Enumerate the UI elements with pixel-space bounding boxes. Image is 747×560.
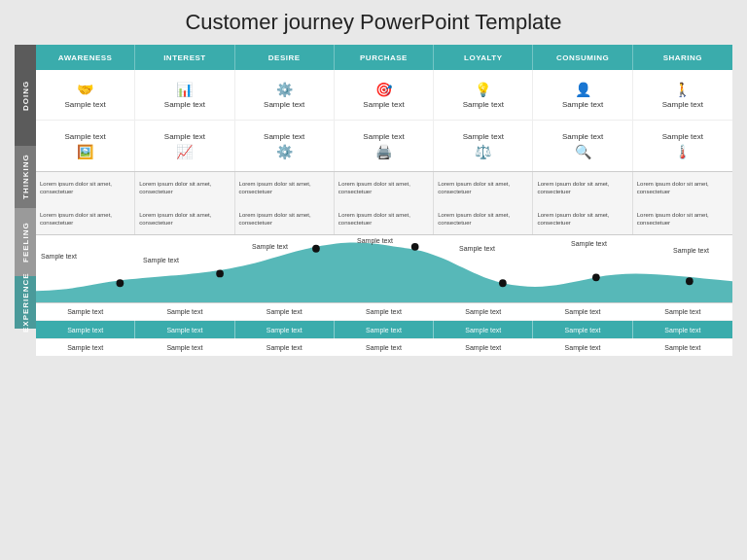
svg-point-0 <box>117 279 124 287</box>
doing-r1-c4: 🎯 Sample text <box>335 70 434 120</box>
exp-r2-c2: Sample text <box>135 321 234 338</box>
header-desire: DESIRE <box>235 45 335 70</box>
doing-r2-c1: Sample text 🖼️ <box>36 121 135 171</box>
exp-r1-c4: Sample text <box>335 303 434 321</box>
doing-r1-c6: 👤 Sample text <box>533 70 632 120</box>
header-consuming: CONSUMING <box>533 45 632 70</box>
thinking-r1-c6: Lorem ipsum dolor sit amet, consectetuer <box>533 172 632 203</box>
thinking-r2-c6: Lorem ipsum dolor sit amet, consectetuer <box>533 203 632 234</box>
doing-r2-c5-text: Sample text <box>463 132 504 141</box>
doing-r1-c7: 🚶 Sample text <box>633 70 732 120</box>
exp-r1-c7: Sample text <box>633 303 732 321</box>
thinking-r2-c4: Lorem ipsum dolor sit amet, consectetuer <box>335 203 434 234</box>
doing-r1-c7-text: Sample text <box>662 100 703 109</box>
thinking-r2-c5: Lorem ipsum dolor sit amet, consectetuer <box>434 203 533 234</box>
svg-point-6 <box>686 277 694 285</box>
feeling-label-2: Sample text <box>143 257 179 263</box>
doing-r2-c4: Sample text 🖨️ <box>335 121 434 171</box>
doing-r2-c6: Sample text 🔍 <box>533 121 632 171</box>
settings-icon: ⚙️ <box>276 144 293 159</box>
experience-section: Sample text Sample text Sample text Samp… <box>36 303 732 550</box>
feeling-label-6: Sample text <box>571 240 607 247</box>
exp-r1-c2: Sample text <box>135 303 234 321</box>
header-sharing: SHARING <box>633 45 732 70</box>
doing-r2-c4-text: Sample text <box>363 132 404 141</box>
svg-point-4 <box>499 279 507 287</box>
header-awareness: AWARENESS <box>36 45 135 70</box>
exp-r3-c4: Sample text <box>335 338 434 356</box>
main-content: AWARENESS INTEREST DESIRE PURCHASE LOYAL… <box>36 45 732 550</box>
doing-r2-c7-text: Sample text <box>662 132 703 141</box>
feeling-section: Sample text Sample text Sample text Samp… <box>36 235 732 303</box>
exp-r2-c1: Sample text <box>36 321 135 338</box>
doing-r1-c2-text: Sample text <box>164 100 205 109</box>
exp-r3-c3: Sample text <box>235 338 335 356</box>
thinking-section: Lorem ipsum dolor sit amet, consectetuer… <box>36 172 732 235</box>
thinking-r1-c1: Lorem ipsum dolor sit amet, consectetuer <box>36 172 135 203</box>
gear-icon: ⚙️ <box>276 82 293 97</box>
doing-section: 🤝 Sample text 📊 Sample text ⚙️ Sample te… <box>36 70 732 172</box>
label-experience: EXPERIENCE <box>15 276 36 329</box>
exp-r3-c1: Sample text <box>36 338 135 356</box>
doing-r1-c5: 💡 Sample text <box>434 70 533 120</box>
person-icon: 👤 <box>575 82 591 97</box>
walk-icon: 🚶 <box>674 82 691 97</box>
doing-r2-c7: Sample text 🌡️ <box>633 121 732 171</box>
header-row: AWARENESS INTEREST DESIRE PURCHASE LOYAL… <box>36 45 732 70</box>
gauge-icon: 🌡️ <box>674 144 691 159</box>
thinking-row-1: Lorem ipsum dolor sit amet, consectetuer… <box>36 172 732 203</box>
doing-r1-c1: 🤝 Sample text <box>36 70 135 120</box>
doing-r1-c2: 📊 Sample text <box>135 70 234 120</box>
header-loyalty: LOYALTY <box>434 45 533 70</box>
doing-r2-c1-text: Sample text <box>65 132 106 141</box>
feeling-label-3: Sample text <box>252 243 288 250</box>
feeling-label-4: Sample text <box>357 237 393 244</box>
exp-r2-c6: Sample text <box>533 321 632 338</box>
header-interest: INTEREST <box>135 45 234 70</box>
exp-r3-c5: Sample text <box>434 338 533 356</box>
thinking-row-2: Lorem ipsum dolor sit amet, consectetuer… <box>36 203 732 234</box>
header-purchase: PURCHASE <box>335 45 434 70</box>
svg-point-3 <box>411 243 419 251</box>
feeling-label-1: Sample text <box>41 253 77 260</box>
print-icon: 🖨️ <box>375 144 392 159</box>
doing-r2-c2: Sample text 📈 <box>135 121 234 171</box>
bulb-icon: 💡 <box>475 82 491 97</box>
exp-r3-c2: Sample text <box>135 338 234 356</box>
picture-icon: 🖼️ <box>77 144 93 159</box>
thinking-r1-c4: Lorem ipsum dolor sit amet, consectetuer <box>335 172 434 203</box>
doing-r1-c1-text: Sample text <box>65 100 106 109</box>
thinking-r1-c5: Lorem ipsum dolor sit amet, consectetuer <box>434 172 533 203</box>
exp-r2-c7: Sample text <box>633 321 732 338</box>
handshake-icon: 🤝 <box>77 82 93 97</box>
experience-row-3: Sample text Sample text Sample text Samp… <box>36 338 732 356</box>
chart-icon: 📊 <box>176 82 193 97</box>
label-feeling: FEELING <box>15 208 36 276</box>
doing-r2-c2-text: Sample text <box>164 132 205 141</box>
exp-r1-c5: Sample text <box>434 303 533 321</box>
feeling-label-5: Sample text <box>459 245 495 252</box>
search-icon: 🔍 <box>575 144 591 159</box>
page: Customer journey PowerPoint Template DOI… <box>0 0 747 560</box>
feeling-label-7: Sample text <box>673 247 709 254</box>
svg-point-2 <box>312 245 320 253</box>
label-doing: DOING <box>15 45 36 146</box>
exp-r2-c4: Sample text <box>335 321 434 338</box>
thinking-r2-c2: Lorem ipsum dolor sit amet, consectetuer <box>135 203 234 234</box>
doing-r1-c4-text: Sample text <box>363 100 404 109</box>
doing-r1-c3: ⚙️ Sample text <box>235 70 335 120</box>
thinking-r2-c1: Lorem ipsum dolor sit amet, consectetuer <box>36 203 135 234</box>
main-table: DOING THINKING FEELING EXPERIENCE AWAREN… <box>15 45 732 550</box>
label-thinking: THINKING <box>15 146 36 208</box>
svg-point-1 <box>216 269 224 277</box>
target-icon: 🎯 <box>375 82 392 97</box>
doing-r1-c5-text: Sample text <box>463 100 504 109</box>
exp-r3-c6: Sample text <box>533 338 632 356</box>
row-labels: DOING THINKING FEELING EXPERIENCE <box>15 45 36 550</box>
doing-r2-c3: Sample text ⚙️ <box>235 121 335 171</box>
doing-row-2: Sample text 🖼️ Sample text 📈 Sample text… <box>36 121 732 171</box>
experience-row-2: Sample text Sample text Sample text Samp… <box>36 321 732 338</box>
exp-r1-c6: Sample text <box>533 303 632 321</box>
thinking-r2-c3: Lorem ipsum dolor sit amet, consectetuer <box>235 203 335 234</box>
doing-r1-c3-text: Sample text <box>264 100 304 109</box>
